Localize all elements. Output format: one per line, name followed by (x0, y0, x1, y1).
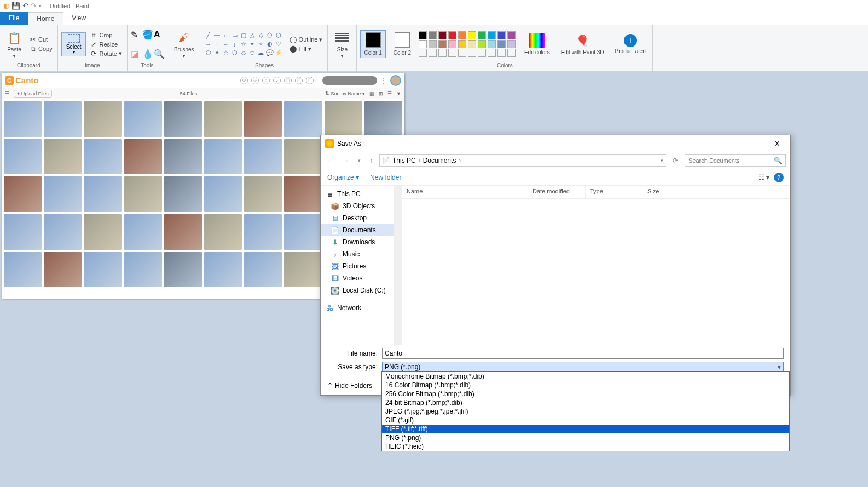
canto-thumbnail[interactable] (124, 214, 162, 250)
tree-desktop[interactable]: 🖥Desktop (321, 212, 394, 224)
canto-thumbnail[interactable] (204, 176, 242, 212)
canto-thumbnail[interactable] (244, 176, 282, 212)
color2-button[interactable]: Color 2 (390, 31, 414, 57)
canto-thumbnail[interactable] (164, 214, 202, 250)
canto-thumbnail[interactable] (204, 139, 242, 175)
color-swatch[interactable] (488, 40, 496, 48)
resize-button[interactable]: ⤢Resize (88, 40, 123, 49)
view-mode-button[interactable]: ☷ ▾ (759, 174, 769, 181)
color-swatch[interactable] (478, 31, 486, 39)
file-type-option[interactable]: JPEG (*.jpg;*.jpeg;*.jpe;*.jfif) (382, 407, 789, 416)
tree-music[interactable]: ♪Music (321, 248, 394, 260)
canto-thumbnail[interactable] (124, 139, 162, 175)
canto-thumbnail[interactable] (124, 101, 162, 137)
canto-thumbnail[interactable] (84, 214, 121, 250)
brushes-button[interactable]: 🖌 Brushes ▾ (171, 29, 198, 60)
color-swatch[interactable] (438, 31, 447, 39)
canto-thumbnail[interactable] (84, 139, 121, 175)
color-swatch[interactable] (468, 31, 476, 39)
tree-localdisk[interactable]: 💽Local Disk (C:) (321, 284, 394, 296)
color-swatch[interactable] (497, 31, 506, 39)
canto-thumbnail[interactable] (164, 252, 202, 288)
address-bar[interactable]: 📄 This PC Documents ▾ (379, 154, 666, 167)
forward-button[interactable]: → (340, 156, 351, 165)
file-type-option[interactable]: PNG (*.png) (382, 433, 789, 442)
canto-menu-icon[interactable]: ⋮ (380, 77, 387, 84)
color-swatch[interactable] (429, 40, 437, 48)
canto-thumbnail[interactable] (4, 101, 42, 137)
canto-filter-icon[interactable]: ▼ (396, 91, 401, 96)
magnifier-icon[interactable]: 🔍 (154, 49, 164, 59)
copy-button[interactable]: ⧉Copy (27, 44, 54, 53)
canto-thumbnail[interactable] (44, 101, 82, 137)
tree-pictures[interactable]: 🖼Pictures (321, 260, 394, 272)
tree-videos[interactable]: 🎞Videos (321, 272, 394, 284)
canto-thumbnail[interactable] (284, 101, 322, 137)
edit-colors-button[interactable]: Edit colors (521, 32, 553, 56)
help-button[interactable]: ? (774, 173, 784, 182)
canto-thumbnail[interactable] (44, 252, 82, 288)
col-size[interactable]: Size (643, 186, 681, 198)
col-date[interactable]: Date modified (528, 186, 586, 198)
tab-view[interactable]: View (63, 12, 95, 25)
qat-undo-icon[interactable]: ↶ (22, 2, 28, 10)
fill-shape-button[interactable]: ⬤Fill ▾ (288, 44, 325, 53)
canto-thumbnail[interactable] (164, 139, 202, 175)
canto-thumbnail[interactable] (284, 139, 322, 175)
product-alert-button[interactable]: i Product alert (612, 33, 650, 55)
file-type-option[interactable]: 24-bit Bitmap (*.bmp;*.dib) (382, 398, 789, 407)
eraser-icon[interactable]: ◪ (131, 49, 141, 59)
canto-thumbnail[interactable] (164, 101, 202, 137)
tree-thispc[interactable]: 🖥This PC (321, 188, 394, 200)
color1-button[interactable]: Color 1 (360, 30, 385, 58)
canto-upload-button[interactable]: + Upload Files (14, 90, 52, 98)
canto-thumbnail[interactable] (84, 176, 121, 212)
new-folder-button[interactable]: New folder (370, 174, 401, 181)
refresh-button[interactable]: ⟳ (670, 156, 680, 165)
canto-thumbnail[interactable] (164, 176, 202, 212)
qat-save-icon[interactable]: 💾 (11, 2, 20, 10)
tab-file[interactable]: File (0, 12, 28, 25)
shapes-gallery[interactable]: ╱〰○▭▢△◇⬠⬡ →↑←↓☆✦✧◐♡ ⬠✦☆⬡◇⬭☁💬⚡ (205, 32, 282, 57)
address-dropdown-icon[interactable]: ▾ (661, 158, 663, 163)
canto-thumbnail[interactable] (284, 214, 322, 250)
canto-collapse-icon[interactable]: ☰ (5, 91, 9, 96)
qat-customize-icon[interactable]: ▾ (39, 3, 42, 9)
tree-3dobjects[interactable]: 📦3D Objects (321, 200, 394, 212)
tree-network[interactable]: 🖧Network (321, 302, 394, 314)
qat-app-icon[interactable]: ◐ (3, 2, 9, 10)
color-swatch[interactable] (478, 40, 486, 48)
canto-view-grid-icon[interactable]: ⊞ (379, 91, 383, 96)
tree-documents[interactable]: 📄Documents (321, 224, 394, 236)
tree-scrollbar[interactable] (395, 186, 402, 345)
hide-folders-button[interactable]: ⌃ Hide Folders (327, 382, 372, 389)
rotate-button[interactable]: ⟳Rotate ▾ (88, 49, 123, 58)
canto-sort-button[interactable]: ⇅ Sort by Name ▾ (325, 91, 365, 96)
color-swatch[interactable] (497, 40, 506, 48)
canto-thumbnail[interactable] (284, 252, 322, 288)
fill-icon[interactable]: 🪣 (142, 30, 152, 40)
text-icon[interactable]: A (154, 30, 164, 39)
organize-button[interactable]: Organize ▾ (327, 174, 359, 181)
canto-thumbnail[interactable] (84, 252, 121, 288)
canto-thumbnail[interactable] (284, 176, 322, 212)
color-swatch[interactable] (448, 31, 456, 39)
canto-thumbnail[interactable] (244, 101, 282, 137)
canto-thumbnail[interactable] (204, 214, 242, 250)
color-swatch[interactable] (507, 31, 516, 39)
filename-input[interactable]: Canto (382, 348, 784, 359)
color-swatch[interactable] (438, 40, 447, 48)
canto-thumbnail[interactable] (4, 252, 42, 288)
file-type-option[interactable]: 256 Color Bitmap (*.bmp;*.dib) (382, 389, 789, 398)
search-input[interactable] (688, 157, 774, 164)
pencil-icon[interactable]: ✎ (131, 30, 141, 40)
canto-thumbnail[interactable] (44, 176, 82, 212)
canto-thumbnail[interactable] (44, 214, 82, 250)
edit-paint3d-button[interactable]: 🎈 Edit with Paint 3D (558, 32, 607, 56)
canto-thumbnail[interactable] (4, 214, 42, 250)
tree-downloads[interactable]: ⬇Downloads (321, 236, 394, 248)
color-swatch[interactable] (419, 40, 427, 48)
canto-thumbnail[interactable] (124, 252, 162, 288)
breadcrumb-thispc[interactable]: This PC (392, 157, 421, 164)
size-button[interactable]: Size ▾ (331, 29, 353, 60)
